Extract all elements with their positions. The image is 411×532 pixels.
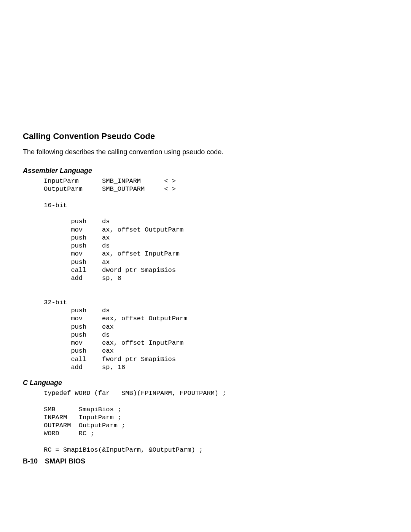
assembler-code-block: InputParm SMB_INPARM < > OutputParm SMB_… (23, 177, 388, 371)
page-footer: B-10 SMAPI BIOS (23, 457, 85, 465)
section-heading: Calling Convention Pseudo Code (23, 131, 388, 141)
intro-paragraph: The following describes the calling conv… (23, 148, 388, 156)
footer-page-number: B-10 (23, 457, 38, 465)
c-language-code-block: typedef WORD (far SMB)(FPINPARM, FPOUTPA… (23, 389, 388, 454)
assembler-subheading: Assembler Language (23, 167, 388, 175)
c-language-subheading: C Language (23, 379, 388, 387)
page: Calling Convention Pseudo Code The follo… (0, 0, 411, 532)
footer-title: SMAPI BIOS (45, 457, 85, 465)
